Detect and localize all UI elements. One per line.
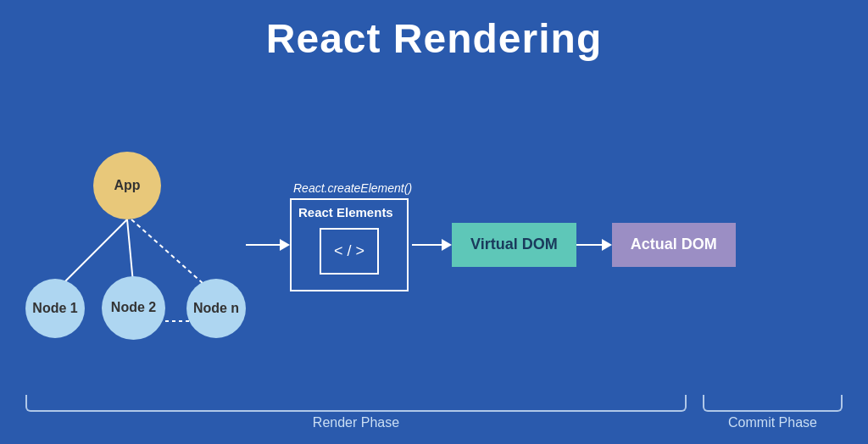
commit-phase-label: Commit Phase [728, 415, 817, 430]
arrow-head-1 [280, 239, 290, 251]
commit-bracket [703, 395, 843, 412]
node2-label: Node 2 [111, 300, 156, 315]
node1-label: Node 1 [32, 301, 77, 316]
create-element-label: React.createElement() [293, 181, 412, 195]
noden-label: Node n [193, 301, 239, 316]
render-phase-container: Render Phase [25, 395, 687, 430]
react-elements-label: React Elements [298, 205, 393, 219]
tree-section: App Node 1 Node 2 Node n [25, 135, 246, 355]
page-title: React Rendering [266, 15, 602, 62]
virtual-dom-box: Virtual DOM [452, 223, 576, 267]
noden-circle: Node n [186, 279, 246, 338]
arrow-line-2 [412, 244, 442, 246]
app-node: App [93, 152, 161, 219]
virtual-dom-label: Virtual DOM [470, 236, 558, 253]
react-elements-section: React.createElement() React Elements < /… [290, 181, 412, 291]
render-bracket [25, 395, 687, 412]
elements-to-vdom-arrow [412, 239, 452, 251]
vdom-to-actual-arrow [576, 239, 612, 251]
node2-circle: Node 2 [102, 276, 165, 340]
jsx-box: < / > [320, 228, 379, 275]
app-label: App [114, 178, 140, 193]
actual-dom-box: Actual DOM [612, 223, 736, 267]
arrow-head-2 [442, 239, 452, 251]
diagram-area: App Node 1 Node 2 Node n React.createEle… [0, 62, 868, 444]
arrow-line-1 [246, 244, 280, 246]
arrow-head-3 [602, 239, 612, 251]
actual-dom-label: Actual DOM [631, 236, 717, 253]
react-elements-box: React Elements < / > [290, 198, 409, 291]
tree-to-elements-arrow [246, 239, 290, 251]
main-container: React Rendering App [0, 0, 868, 444]
jsx-text: < / > [334, 242, 364, 260]
node1-circle: Node 1 [25, 279, 85, 338]
phases-area: Render Phase Commit Phase [0, 395, 868, 430]
arrow-line-3 [576, 244, 602, 246]
render-phase-label: Render Phase [313, 415, 399, 430]
commit-phase-container: Commit Phase [703, 395, 843, 430]
